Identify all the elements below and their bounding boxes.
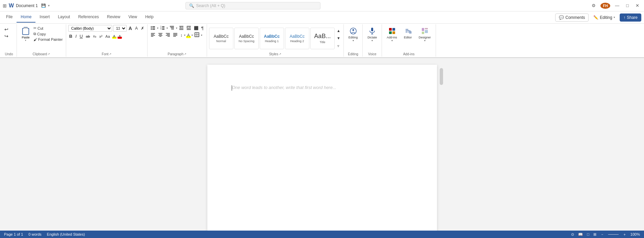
bullets-chevron[interactable]: ▾	[157, 27, 158, 30]
shrink-font-button[interactable]: A	[134, 26, 139, 31]
align-center-button[interactable]	[157, 32, 164, 38]
web-layout-icon[interactable]: ⊞	[593, 232, 596, 237]
styles-expand-icon[interactable]: ↗	[279, 53, 281, 56]
search-bar[interactable]: 🔍 Search (Alt + Q)	[185, 2, 320, 9]
document-page[interactable]: One word leads to another, write that fi…	[207, 65, 437, 231]
tab-references[interactable]: References	[74, 12, 103, 23]
addins-content: Add-ins ▾ Editor Designer ▾	[384, 26, 434, 43]
multilevel-chevron[interactable]: ▾	[176, 27, 177, 30]
borders-chevron[interactable]: ▾	[201, 34, 202, 37]
borders-button[interactable]	[194, 32, 200, 38]
numbering-button[interactable]: 1.2.3.	[159, 25, 166, 31]
styles-more[interactable]: ▿	[336, 43, 341, 49]
para-expand-icon[interactable]: ↗	[184, 53, 186, 56]
tab-file[interactable]: File	[2, 12, 17, 23]
addins-icon	[388, 27, 396, 35]
sort-button[interactable]: ⬛	[193, 26, 200, 31]
editor-button[interactable]: Editor	[401, 26, 415, 43]
focus-icon[interactable]: ⊙	[571, 232, 574, 237]
format-painter-button[interactable]: 🖌 Format Painter	[32, 37, 64, 42]
numbering-chevron[interactable]: ▾	[166, 27, 168, 30]
show-paragraph-button[interactable]: ¶	[200, 25, 205, 31]
style-normal[interactable]: AaBbCc Normal	[209, 28, 233, 49]
tab-help[interactable]: Help	[141, 12, 158, 23]
font-expand-icon[interactable]: ↗	[109, 53, 111, 56]
comments-button[interactable]: 💬 Comments	[555, 13, 589, 22]
format-painter-icon: 🖌	[33, 37, 37, 41]
share-button[interactable]: ↑ Share	[620, 13, 641, 22]
tab-insert[interactable]: Insert	[35, 12, 54, 23]
styles-scroll-down[interactable]: ▼	[336, 36, 341, 40]
clipboard-expand-icon[interactable]: ↗	[48, 53, 50, 56]
styles-scroll-up[interactable]: ▲	[336, 28, 341, 33]
minimize-button[interactable]: —	[613, 2, 621, 9]
svg-rect-15	[170, 26, 174, 27]
undo-button[interactable]: ↩	[3, 26, 9, 32]
para-row2: ↕ ▾ A ▾ ▾	[150, 32, 205, 38]
increase-indent-button[interactable]	[185, 25, 192, 31]
line-spacing-chevron[interactable]: ▾	[184, 34, 185, 37]
font-size-select[interactable]: 11	[113, 25, 127, 32]
svg-rect-1	[23, 28, 29, 35]
tab-home[interactable]: Home	[17, 12, 35, 23]
justify-button[interactable]	[172, 32, 179, 38]
style-no-spacing[interactable]: AaBbCc No Spacing	[234, 28, 259, 49]
svg-rect-4	[152, 26, 155, 27]
svg-rect-49	[371, 28, 373, 31]
tab-view[interactable]: View	[124, 12, 141, 23]
shading-button[interactable]: A	[186, 33, 191, 38]
font-name-select[interactable]: Calibri (Body)	[68, 25, 112, 32]
designer-button[interactable]: Designer ▾	[416, 26, 434, 43]
tab-review[interactable]: Review	[103, 12, 124, 23]
line-spacing-button[interactable]: ↕	[179, 33, 183, 38]
zoom-slider[interactable]: ────	[608, 232, 619, 236]
designer-icon	[421, 27, 429, 35]
multilevel-button[interactable]	[169, 25, 175, 31]
tab-layout[interactable]: Layout	[54, 12, 74, 23]
decrease-indent-button[interactable]	[178, 25, 185, 31]
redo-button[interactable]: ↪	[3, 33, 9, 39]
dictate-button[interactable]: Dictate ▾	[365, 26, 380, 43]
copy-button[interactable]: ⧉ Copy	[32, 31, 64, 36]
bullets-button[interactable]	[150, 25, 156, 31]
editing-button[interactable]: Editing ▾	[346, 26, 361, 43]
styles-content: AaBbCc Normal AaBbCc No Spacing AaBbCc H…	[209, 25, 341, 52]
zoom-minus[interactable]: －	[600, 232, 604, 237]
print-layout-icon[interactable]: □	[587, 232, 589, 236]
svg-rect-2	[24, 28, 28, 29]
windows-grid-icon[interactable]: ⊞	[3, 3, 7, 8]
style-heading2[interactable]: AaBbCc Heading 2	[285, 28, 309, 49]
bold-button[interactable]: B	[68, 33, 73, 39]
style-title[interactable]: AaB... Title	[310, 28, 335, 49]
paste-chevron: ▾	[25, 39, 26, 42]
italic-button[interactable]: I	[74, 33, 78, 39]
align-left-button[interactable]	[150, 32, 156, 38]
cut-button[interactable]: ✂ Cut	[32, 26, 64, 31]
zoom-level[interactable]: 100%	[630, 232, 640, 236]
subscript-button[interactable]: x₂	[92, 34, 97, 39]
font-color-button[interactable]: A	[118, 34, 122, 39]
editing-group: Editing ▾ Editing	[344, 24, 363, 57]
document-area[interactable]: One word leads to another, write that fi…	[0, 58, 644, 231]
strikethrough-button[interactable]: ab	[85, 34, 91, 39]
editing-dropdown[interactable]: ✏️ Editing ▾	[591, 14, 618, 21]
zoom-plus[interactable]: ＋	[623, 232, 626, 237]
text-highlight-button[interactable]: A	[112, 34, 117, 39]
underline-button[interactable]: U	[79, 33, 84, 39]
settings-icon[interactable]: ⚙	[590, 2, 598, 9]
addins-button[interactable]: Add-ins ▾	[384, 26, 400, 43]
style-heading1[interactable]: AaBbCc Heading 1	[260, 28, 284, 49]
paragraph-label: Paragraph ↗	[150, 52, 205, 56]
read-mode-icon[interactable]: 📖	[578, 232, 583, 237]
user-avatar[interactable]: FH	[600, 3, 610, 9]
paste-button[interactable]: Paste ▾	[19, 25, 32, 43]
align-right-button[interactable]	[164, 32, 171, 38]
doc-title-chevron[interactable]: ▾	[48, 4, 50, 7]
shading-chevron[interactable]: ▾	[191, 34, 193, 37]
grow-font-button[interactable]: A	[128, 25, 133, 31]
maximize-button[interactable]: □	[624, 2, 631, 9]
superscript-button[interactable]: x²	[98, 34, 103, 39]
clear-format-button[interactable]: ✗	[140, 26, 145, 31]
close-button[interactable]: ✕	[634, 2, 641, 9]
change-case-button[interactable]: Aa	[104, 34, 111, 39]
